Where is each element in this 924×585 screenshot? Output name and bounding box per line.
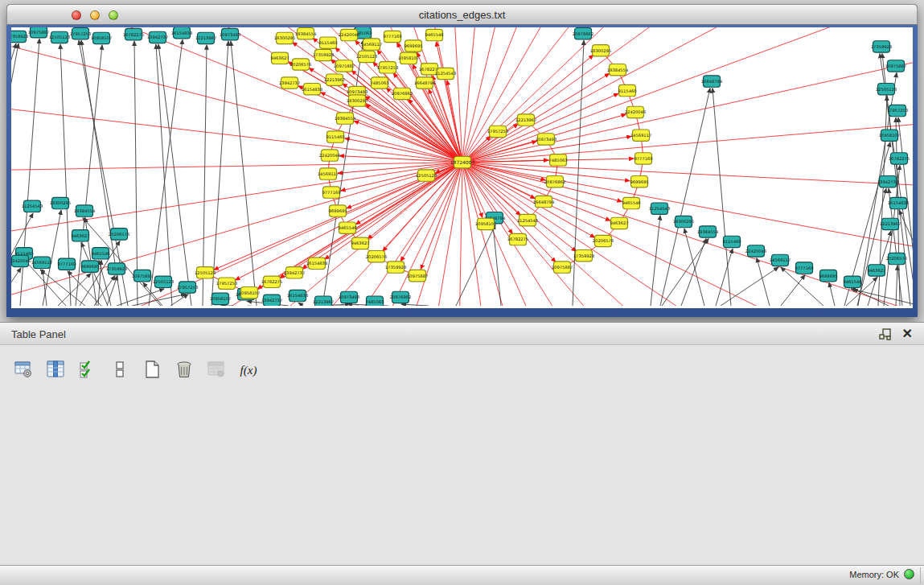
graph-node[interactable]: 9699695 bbox=[819, 270, 837, 281]
graph-node[interactable]: 20876862 bbox=[392, 88, 413, 99]
graph-node[interactable]: 13942737 bbox=[877, 176, 898, 187]
graph-node[interactable]: 17957253 bbox=[377, 62, 398, 73]
graph-node[interactable]: 19384554 bbox=[697, 226, 718, 237]
graph-node[interactable]: 17359928 bbox=[573, 250, 594, 262]
graph-node[interactable]: 17359928 bbox=[106, 263, 127, 274]
graph-node[interactable]: 13942737 bbox=[261, 295, 282, 306]
graph-node[interactable]: 22420046 bbox=[11, 255, 31, 266]
graph-node[interactable]: 22420046 bbox=[625, 106, 646, 117]
delete-table-button[interactable] bbox=[172, 358, 196, 382]
graph-node[interactable]: 9465546 bbox=[622, 197, 640, 208]
graph-node[interactable]: 19384554 bbox=[295, 27, 316, 39]
graph-node[interactable]: 13942737 bbox=[279, 77, 300, 89]
graph-node[interactable]: 19384554 bbox=[335, 113, 355, 124]
graph-node[interactable]: 11254543 bbox=[517, 214, 538, 225]
graph-node[interactable]: 18300295 bbox=[274, 32, 295, 43]
graph-node[interactable]: 16648794 bbox=[701, 76, 722, 87]
graph-node[interactable]: 17359928 bbox=[11, 31, 28, 42]
graph-node[interactable]: 9777169 bbox=[322, 187, 340, 198]
graph-node[interactable]: 16782275 bbox=[889, 153, 910, 164]
graph-node[interactable]: 11254543 bbox=[649, 203, 670, 214]
graph-node[interactable]: 9463627 bbox=[610, 217, 628, 229]
graph-node[interactable]: 12505123 bbox=[416, 170, 437, 181]
graph-node[interactable]: 14569117 bbox=[31, 257, 52, 268]
graph-node[interactable]: 20206576 bbox=[109, 229, 129, 240]
graph-node[interactable]: 17359928 bbox=[385, 262, 406, 273]
graph-node[interactable]: 14569117 bbox=[361, 39, 382, 50]
float-window-icon[interactable] bbox=[879, 328, 892, 340]
graph-node[interactable]: 22420046 bbox=[339, 29, 359, 40]
graph-node[interactable]: 9777169 bbox=[795, 262, 813, 274]
graph-node[interactable]: 16154838 bbox=[287, 290, 308, 301]
graph-node[interactable]: 10958107 bbox=[239, 287, 260, 299]
graph-node[interactable]: 14569117 bbox=[318, 168, 339, 179]
graph-node[interactable]: 16154838 bbox=[306, 257, 327, 269]
graph-node[interactable]: 9115460 bbox=[618, 84, 636, 96]
graph-node[interactable]: 12505123 bbox=[49, 31, 70, 43]
graph-node[interactable]: 14569117 bbox=[630, 130, 651, 141]
graph-node[interactable]: 10973493 bbox=[536, 134, 556, 145]
graph-node[interactable]: 17359928 bbox=[313, 49, 334, 60]
graph-node[interactable]: 10958107 bbox=[91, 32, 112, 43]
new-table-button[interactable] bbox=[140, 358, 164, 382]
graph-node[interactable]: 12213967 bbox=[324, 74, 345, 85]
graph-node[interactable]: 17957253 bbox=[216, 278, 237, 289]
graph-node[interactable]: 9699695 bbox=[630, 176, 648, 187]
graph-node[interactable]: 13942737 bbox=[284, 267, 305, 278]
graph-node[interactable]: 20206576 bbox=[290, 59, 311, 70]
deselect-all-button[interactable] bbox=[108, 358, 132, 382]
select-all-button[interactable] bbox=[76, 358, 100, 382]
graph-node[interactable]: 16782275 bbox=[123, 28, 144, 39]
memory-ok-indicator[interactable] bbox=[904, 569, 914, 579]
graph-node[interactable]: 9465546 bbox=[843, 276, 861, 287]
graph-node[interactable]: 9777169 bbox=[383, 31, 401, 42]
graph-node[interactable]: 11254543 bbox=[435, 68, 456, 79]
graph-node[interactable]: 9699695 bbox=[328, 205, 347, 216]
graph-node[interactable]: 10975887 bbox=[407, 270, 428, 281]
graph-node[interactable]: 10975887 bbox=[28, 27, 49, 38]
graph-node[interactable]: 9465546 bbox=[425, 29, 443, 40]
graph-node[interactable]: 9465546 bbox=[338, 222, 356, 233]
graph-node[interactable]: 12213967 bbox=[515, 114, 536, 126]
graph-node[interactable]: 20876862 bbox=[390, 291, 411, 303]
table-options-button[interactable] bbox=[11, 358, 35, 382]
graph-node[interactable]: 16648794 bbox=[414, 77, 435, 89]
graph-node[interactable]: 9463627 bbox=[270, 52, 289, 64]
graph-node[interactable]: 12505123 bbox=[876, 83, 897, 94]
graph-node[interactable]: 16154838 bbox=[888, 197, 909, 208]
graph-node[interactable]: 12213967 bbox=[195, 32, 216, 43]
graph-node[interactable]: 14569117 bbox=[770, 254, 791, 266]
graph-node[interactable]: 10958107 bbox=[210, 293, 231, 304]
graph-node[interactable]: 22420046 bbox=[319, 150, 340, 161]
graph-node[interactable]: 19384554 bbox=[607, 64, 628, 76]
graph-node[interactable]: 20206576 bbox=[593, 235, 614, 246]
graph-node[interactable]: 10958107 bbox=[475, 218, 496, 229]
network-window-titlebar[interactable]: citations_edges.txt bbox=[6, 4, 918, 25]
graph-node[interactable]: 20206576 bbox=[366, 250, 387, 262]
graph-node[interactable]: 22420046 bbox=[745, 245, 766, 257]
graph-node[interactable]: 18300295 bbox=[50, 197, 71, 208]
graph-node[interactable]: 16154838 bbox=[171, 27, 192, 39]
function-builder-button[interactable]: f(x) bbox=[236, 358, 261, 382]
graph-node[interactable]: 12505123 bbox=[195, 267, 216, 278]
graph-node[interactable]: 7485063 bbox=[548, 154, 567, 166]
graph-node[interactable]: 12213967 bbox=[880, 218, 901, 229]
graph-node[interactable]: 18300295 bbox=[673, 216, 694, 227]
graph-node[interactable]: 16782275 bbox=[261, 276, 282, 287]
graph-node[interactable]: 18724007 bbox=[450, 157, 475, 168]
graph-node[interactable]: 10973493 bbox=[220, 28, 240, 39]
graph-node[interactable]: 9463627 bbox=[71, 230, 89, 241]
graph-node[interactable]: 16648794 bbox=[533, 196, 554, 207]
graph-node[interactable]: 17359928 bbox=[871, 41, 892, 52]
graph-node[interactable]: 17957253 bbox=[177, 282, 198, 293]
graph-node[interactable]: 13942737 bbox=[147, 31, 168, 43]
graph-node[interactable]: 19384554 bbox=[74, 205, 95, 216]
graph-node[interactable]: 7485063 bbox=[365, 296, 384, 306]
graph-node[interactable]: 10958107 bbox=[398, 52, 419, 64]
graph-node[interactable]: 17957253 bbox=[887, 105, 908, 116]
graph-node[interactable]: 12213967 bbox=[313, 296, 334, 306]
graph-node[interactable]: 9699695 bbox=[80, 261, 99, 272]
network-canvas[interactable]: 1735992810975887125051231795725310958107… bbox=[11, 27, 913, 308]
graph-node[interactable]: 20876862 bbox=[544, 176, 565, 187]
graph-node[interactable]: 18300295 bbox=[347, 95, 368, 106]
